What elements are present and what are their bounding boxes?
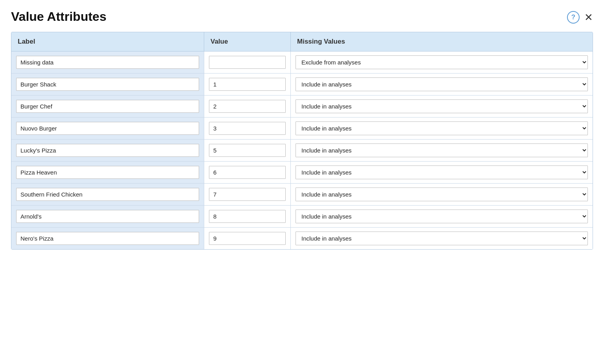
value-input[interactable] [209, 56, 286, 69]
missing-values-select[interactable]: Exclude from analysesInclude in analyses [296, 99, 588, 113]
missing-values-cell: Exclude from analysesInclude in analyses [291, 228, 593, 249]
value-input[interactable] [209, 122, 286, 135]
table-row: Exclude from analysesInclude in analyses [11, 184, 593, 206]
missing-values-select[interactable]: Exclude from analysesInclude in analyses [296, 165, 588, 179]
value-cell [204, 184, 291, 205]
label-input[interactable] [16, 144, 199, 157]
missing-values-select[interactable]: Exclude from analysesInclude in analyses [296, 55, 588, 69]
missing-values-cell: Exclude from analysesInclude in analyses [291, 162, 593, 183]
value-cell [204, 118, 291, 139]
table-body: Exclude from analysesInclude in analyses… [11, 51, 593, 249]
value-cell [204, 96, 291, 117]
missing-values-cell: Exclude from analysesInclude in analyses [291, 74, 593, 95]
label-cell [11, 74, 204, 95]
label-input[interactable] [16, 166, 199, 179]
value-cell [204, 228, 291, 249]
missing-values-cell: Exclude from analysesInclude in analyses [291, 184, 593, 205]
label-input[interactable] [16, 188, 199, 201]
table-row: Exclude from analysesInclude in analyses [11, 96, 593, 118]
label-input[interactable] [16, 122, 199, 135]
page-title: Value Attributes [11, 9, 106, 24]
label-cell [11, 162, 204, 183]
label-input[interactable] [16, 100, 199, 113]
value-input[interactable] [209, 144, 286, 157]
value-input[interactable] [209, 188, 286, 201]
missing-values-cell: Exclude from analysesInclude in analyses [291, 96, 593, 117]
table-row: Exclude from analysesInclude in analyses [11, 162, 593, 184]
value-input[interactable] [209, 100, 286, 113]
value-cell [204, 51, 291, 73]
label-input[interactable] [16, 56, 199, 69]
missing-values-select[interactable]: Exclude from analysesInclude in analyses [296, 188, 588, 201]
label-input[interactable] [16, 78, 199, 91]
value-input[interactable] [209, 78, 286, 91]
label-cell [11, 206, 204, 227]
value-cell [204, 140, 291, 161]
table-row: Exclude from analysesInclude in analyses [11, 74, 593, 96]
label-cell [11, 51, 204, 73]
missing-values-select[interactable]: Exclude from analysesInclude in analyses [296, 143, 588, 157]
close-icon[interactable]: ✕ [584, 12, 593, 22]
value-cell [204, 206, 291, 227]
col-header-value: Value [204, 32, 291, 51]
table-row: Exclude from analysesInclude in analyses [11, 51, 593, 74]
table-row: Exclude from analysesInclude in analyses [11, 118, 593, 140]
missing-values-cell: Exclude from analysesInclude in analyses [291, 206, 593, 227]
help-icon[interactable]: ? [567, 11, 580, 24]
label-input[interactable] [16, 210, 199, 223]
value-cell [204, 162, 291, 183]
col-header-label: Label [11, 32, 204, 51]
value-input[interactable] [209, 232, 286, 245]
missing-values-cell: Exclude from analysesInclude in analyses [291, 51, 593, 73]
label-cell [11, 228, 204, 249]
label-cell [11, 184, 204, 205]
missing-values-cell: Exclude from analysesInclude in analyses [291, 140, 593, 161]
table-row: Exclude from analysesInclude in analyses [11, 140, 593, 162]
missing-values-select[interactable]: Exclude from analysesInclude in analyses [296, 210, 588, 223]
value-input[interactable] [209, 166, 286, 179]
label-cell [11, 140, 204, 161]
value-cell [204, 74, 291, 95]
value-input[interactable] [209, 210, 286, 223]
table-header: Label Value Missing Values [11, 32, 593, 51]
missing-values-select[interactable]: Exclude from analysesInclude in analyses [296, 121, 588, 135]
col-header-missing: Missing Values [291, 32, 593, 51]
label-cell [11, 118, 204, 139]
table-row: Exclude from analysesInclude in analyses [11, 228, 593, 249]
label-cell [11, 96, 204, 117]
missing-values-select[interactable]: Exclude from analysesInclude in analyses [296, 77, 588, 91]
table-row: Exclude from analysesInclude in analyses [11, 206, 593, 228]
label-input[interactable] [16, 232, 199, 245]
missing-values-select[interactable]: Exclude from analysesInclude in analyses [296, 232, 588, 245]
value-attributes-table: Label Value Missing Values Exclude from … [11, 32, 593, 250]
missing-values-cell: Exclude from analysesInclude in analyses [291, 118, 593, 139]
